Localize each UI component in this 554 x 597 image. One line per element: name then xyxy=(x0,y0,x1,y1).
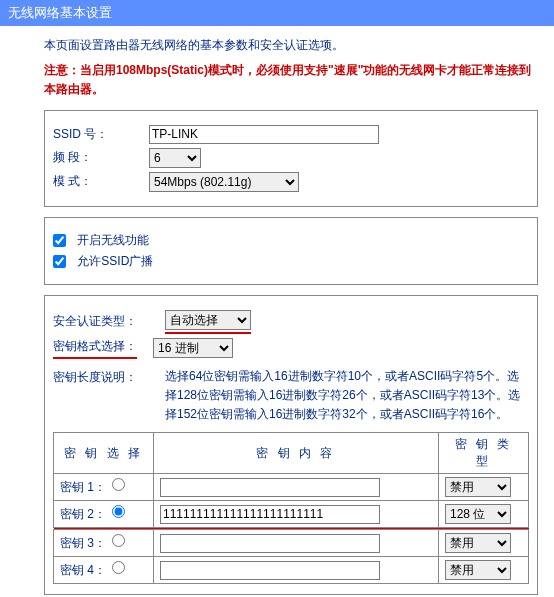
key-label: 密钥 2： xyxy=(60,507,106,521)
basic-fieldset: SSID 号： 频 段： 6 模 式： 54Mbps (802.11g) xyxy=(44,110,538,207)
mode-label: 模 式： xyxy=(53,173,149,190)
keys-header-content: 密 钥 内 容 xyxy=(154,433,439,474)
key-select-radio[interactable] xyxy=(112,561,125,574)
auth-type-label: 安全认证类型： xyxy=(53,313,165,330)
key-content-input[interactable] xyxy=(160,534,380,553)
content-area: 本页面设置路由器无线网络的基本参数和安全认证选项。 注意：当启用108Mbps(… xyxy=(0,26,554,597)
key-type-select[interactable]: 禁用 xyxy=(445,477,511,497)
key-row-4: 密钥 4：禁用 xyxy=(54,557,529,584)
key-row-2: 密钥 2：128 位 xyxy=(54,501,529,528)
key-row-1: 密钥 1：禁用 xyxy=(54,474,529,501)
toggle-fieldset: 开启无线功能 允许SSID广播 xyxy=(44,217,538,285)
allow-broadcast-label: 允许SSID广播 xyxy=(77,254,153,268)
enable-wireless-label: 开启无线功能 xyxy=(77,233,149,247)
mode-select[interactable]: 54Mbps (802.11g) xyxy=(149,172,299,192)
keys-header-select: 密 钥 选 择 xyxy=(54,433,154,474)
key-row-3: 密钥 3：禁用 xyxy=(54,530,529,557)
key-format-label: 密钥格式选择： xyxy=(53,338,137,359)
key-type-select[interactable]: 禁用 xyxy=(445,560,511,580)
key-length-label: 密钥长度说明： xyxy=(53,367,165,425)
key-type-select[interactable]: 128 位 xyxy=(445,504,511,524)
allow-broadcast-checkbox[interactable] xyxy=(53,255,66,268)
band-select[interactable]: 6 xyxy=(149,148,201,168)
key-content-input[interactable] xyxy=(160,561,380,580)
key-label: 密钥 3： xyxy=(60,536,106,550)
enable-wireless-checkbox[interactable] xyxy=(53,234,66,247)
keys-table: 密 钥 选 择 密 钥 内 容 密 钥 类 型 密钥 1：禁用密钥 2：128 … xyxy=(53,432,529,584)
key-format-select[interactable]: 16 进制 xyxy=(153,338,233,358)
notice-text: 注意：当启用108Mbps(Static)模式时，必须使用支持"速展"功能的无线… xyxy=(44,61,538,99)
key-content-input[interactable] xyxy=(160,478,380,497)
ssid-label: SSID 号： xyxy=(53,126,149,143)
page-title: 无线网络基本设置 xyxy=(8,5,112,20)
band-label: 频 段： xyxy=(53,149,149,166)
key-select-radio[interactable] xyxy=(112,478,125,491)
title-bar: 无线网络基本设置 xyxy=(0,0,554,26)
key-label: 密钥 4： xyxy=(60,563,106,577)
key-length-desc: 选择64位密钥需输入16进制数字符10个，或者ASCII码字符5个。选择128位… xyxy=(165,367,529,425)
key-select-radio[interactable] xyxy=(112,534,125,547)
keys-header-type: 密 钥 类 型 xyxy=(439,433,529,474)
intro-text: 本页面设置路由器无线网络的基本参数和安全认证选项。 xyxy=(44,36,538,55)
ssid-input[interactable] xyxy=(149,125,379,144)
key-type-select[interactable]: 禁用 xyxy=(445,533,511,553)
key-select-radio[interactable] xyxy=(112,505,125,518)
security-fieldset: 安全认证类型： 自动选择 密钥格式选择： 16 进制 密钥长度说明： 选择64位… xyxy=(44,295,538,596)
auth-type-select[interactable]: 自动选择 xyxy=(165,310,251,330)
key-label: 密钥 1： xyxy=(60,480,106,494)
key-content-input[interactable] xyxy=(160,505,380,524)
